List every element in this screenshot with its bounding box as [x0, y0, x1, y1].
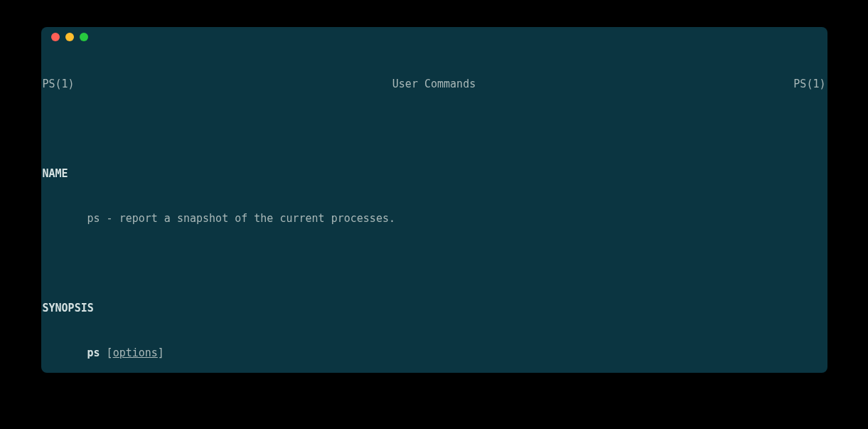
- terminal-window: PS(1) User Commands PS(1) NAME ps - repo…: [41, 27, 827, 373]
- minimize-icon[interactable]: [65, 33, 74, 41]
- blank-line: [41, 122, 827, 137]
- synopsis-line: ps [options]: [41, 346, 827, 361]
- section-synopsis: SYNOPSIS: [41, 301, 827, 316]
- blank-line: [41, 256, 827, 271]
- titlebar: [41, 27, 827, 47]
- man-header-center: User Commands: [392, 77, 476, 92]
- options-text: options: [113, 346, 158, 359]
- close-icon[interactable]: [51, 33, 60, 41]
- name-text: ps - report a snapshot of the current pr…: [41, 211, 827, 226]
- terminal-content[interactable]: PS(1) User Commands PS(1) NAME ps - repo…: [41, 47, 827, 373]
- man-header: PS(1) User Commands PS(1): [41, 77, 827, 92]
- man-header-left: PS(1): [43, 77, 75, 92]
- section-name: NAME: [41, 166, 827, 181]
- bracket-close: ]: [158, 346, 164, 359]
- cmd-ps: ps: [87, 346, 100, 359]
- man-header-right: PS(1): [793, 77, 825, 92]
- bracket-open: [: [100, 346, 113, 359]
- maximize-icon[interactable]: [80, 33, 88, 41]
